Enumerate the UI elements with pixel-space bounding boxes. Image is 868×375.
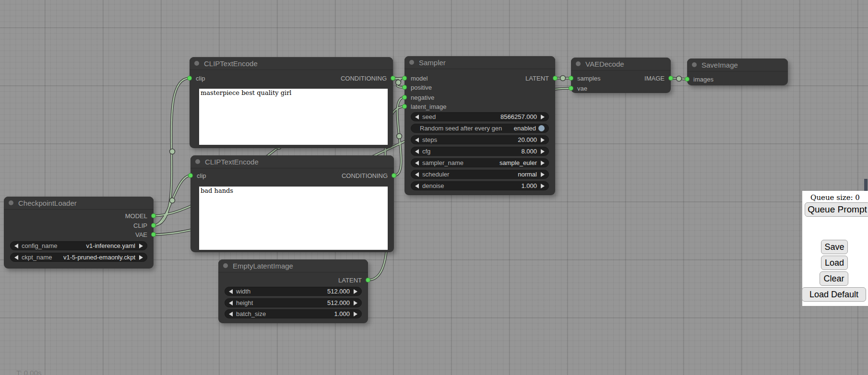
node-sampler[interactable]: Sampler model positive negative latent_i… (404, 56, 555, 195)
toggle-label: Random seed after every gen (420, 125, 502, 132)
increment-arrow-icon[interactable] (541, 115, 545, 119)
decrement-arrow-icon[interactable] (415, 115, 419, 119)
collapse-dot-icon[interactable] (692, 62, 697, 67)
collapse-dot-icon[interactable] (9, 200, 13, 205)
save-button[interactable]: Save (821, 240, 848, 254)
slot-label: latent_image (411, 103, 446, 110)
collapse-dot-icon[interactable] (194, 61, 199, 66)
input-dot-icon[interactable] (569, 86, 573, 91)
widget-seed[interactable]: seed 8566257.000 (411, 112, 549, 121)
clear-button[interactable]: Clear (820, 271, 848, 286)
increment-arrow-icon[interactable] (354, 312, 357, 316)
load-default-button[interactable]: Load Default (802, 287, 866, 302)
node-titlebar[interactable]: Sampler (404, 56, 555, 69)
increment-arrow-icon[interactable] (541, 138, 545, 142)
decrement-arrow-icon[interactable] (415, 161, 419, 165)
decrement-arrow-icon[interactable] (229, 289, 233, 294)
load-button[interactable]: Load (821, 256, 848, 270)
widget-cfg[interactable]: cfg 8.000 (411, 147, 549, 156)
decrement-arrow-icon[interactable] (14, 244, 18, 248)
collapse-dot-icon[interactable] (223, 263, 228, 268)
widget-sampler-name[interactable]: sampler_name sample_euler (411, 158, 549, 167)
input-dot-icon[interactable] (187, 76, 192, 81)
node-titlebar[interactable]: CLIPTextEncode (190, 57, 393, 70)
node-clip-text-encode-positive[interactable]: CLIPTextEncode clip CONDITIONING masterp… (190, 57, 393, 148)
widget-value[interactable]: 8566257.000 (500, 113, 537, 120)
widget-value[interactable]: normal (518, 171, 537, 178)
positive-prompt-textarea[interactable]: masterpiece best quality girl (199, 89, 388, 145)
increment-arrow-icon[interactable] (139, 244, 143, 248)
node-checkpoint-loader[interactable]: CheckpointLoader MODEL CLIP VAE config_n… (4, 197, 154, 269)
widget-batch-size[interactable]: batch_size 1.000 (225, 309, 362, 318)
scrollbar-thumb[interactable] (864, 179, 868, 191)
collapse-dot-icon[interactable] (195, 159, 200, 164)
output-dot-icon[interactable] (151, 232, 156, 237)
increment-arrow-icon[interactable] (541, 161, 545, 165)
render-time-status: T: 0.00s (16, 369, 42, 375)
widget-value[interactable]: v1-inference.yaml (86, 242, 135, 249)
input-dot-icon[interactable] (402, 85, 407, 90)
widget-config-name[interactable]: config_name v1-inference.yaml (10, 241, 147, 250)
widget-value[interactable]: 512.000 (327, 299, 350, 306)
widget-steps[interactable]: steps 20.000 (411, 135, 549, 144)
decrement-arrow-icon[interactable] (415, 184, 419, 188)
decrement-arrow-icon[interactable] (14, 255, 18, 260)
node-titlebar[interactable]: EmptyLatentImage (218, 259, 368, 272)
decrement-arrow-icon[interactable] (229, 301, 233, 305)
input-dot-icon[interactable] (402, 104, 407, 109)
widget-random-seed-toggle[interactable]: Random seed after every gen enabled (411, 124, 549, 133)
increment-arrow-icon[interactable] (354, 301, 357, 305)
node-titlebar[interactable]: SaveImage (687, 59, 788, 71)
collapse-dot-icon[interactable] (409, 60, 414, 65)
widget-value[interactable]: 8.000 (521, 148, 537, 155)
widget-ckpt-name[interactable]: ckpt_name v1-5-pruned-emaonly.ckpt (10, 253, 147, 262)
collapse-dot-icon[interactable] (576, 61, 581, 66)
increment-arrow-icon[interactable] (541, 172, 545, 177)
widget-value[interactable]: 1.000 (334, 310, 350, 317)
decrement-arrow-icon[interactable] (415, 172, 419, 177)
widget-value[interactable]: 20.000 (518, 136, 537, 143)
widget-scheduler[interactable]: scheduler normal (411, 170, 549, 179)
output-dot-icon[interactable] (553, 76, 558, 81)
widget-value[interactable]: 1.000 (521, 182, 537, 189)
output-dot-icon[interactable] (668, 76, 673, 81)
output-dot-icon[interactable] (391, 76, 395, 81)
input-dot-icon[interactable] (569, 76, 573, 81)
input-dot-icon[interactable] (188, 173, 193, 178)
node-titlebar[interactable]: CLIPTextEncode (190, 155, 394, 168)
node-vae-decode[interactable]: VAEDecode samples vae IMAGE (571, 58, 671, 93)
node-titlebar[interactable]: CheckpointLoader (4, 197, 154, 210)
increment-arrow-icon[interactable] (541, 184, 545, 188)
toggle-dot-icon[interactable] (538, 125, 545, 131)
increment-arrow-icon[interactable] (139, 255, 143, 260)
output-dot-icon[interactable] (392, 173, 396, 178)
widget-value[interactable]: 512.000 (327, 288, 350, 295)
output-dot-icon[interactable] (366, 278, 370, 282)
queue-prompt-button[interactable]: Queue Prompt (805, 202, 868, 217)
node-empty-latent-image[interactable]: EmptyLatentImage LATENT width 512.000 he… (218, 259, 368, 323)
widget-denoise[interactable]: denoise 1.000 (411, 181, 549, 190)
node-titlebar[interactable]: VAEDecode (571, 58, 671, 70)
widget-value[interactable]: sample_euler (499, 159, 537, 166)
decrement-arrow-icon[interactable] (229, 312, 233, 316)
input-dot-icon[interactable] (402, 76, 407, 81)
node-save-image[interactable]: SaveImage images (687, 59, 788, 85)
widget-width[interactable]: width 512.000 (225, 287, 362, 296)
increment-arrow-icon[interactable] (354, 289, 357, 294)
widget-height[interactable]: height 512.000 (225, 298, 362, 307)
decrement-arrow-icon[interactable] (415, 138, 419, 142)
increment-arrow-icon[interactable] (541, 149, 545, 154)
input-dot-icon[interactable] (402, 95, 407, 100)
input-dot-icon[interactable] (685, 77, 690, 82)
decrement-arrow-icon[interactable] (415, 149, 419, 154)
slot-label: LATENT (525, 75, 549, 82)
widget-value[interactable]: v1-5-pruned-emaonly.ckpt (63, 254, 135, 261)
negative-prompt-textarea[interactable]: bad hands (199, 187, 388, 250)
output-dot-icon[interactable] (151, 213, 156, 218)
node-clip-text-encode-negative[interactable]: CLIPTextEncode clip CONDITIONING bad han… (190, 155, 394, 252)
slot-label: negative (411, 94, 434, 101)
output-dot-icon[interactable] (151, 223, 156, 228)
graph-canvas[interactable]: { "canvas": { "status_text": "T: 0.00s" … (0, 0, 868, 375)
slot-label: IMAGE (644, 75, 665, 82)
widget-name: batch_size (236, 310, 266, 317)
